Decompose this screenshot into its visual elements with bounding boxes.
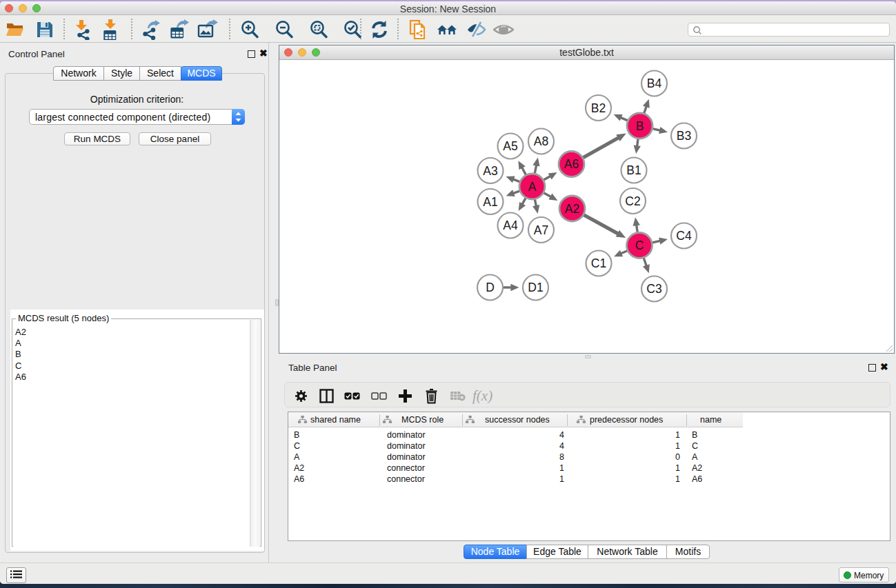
svg-text:C4: C4 xyxy=(676,229,692,243)
svg-text:C: C xyxy=(635,239,644,252)
svg-text:B: B xyxy=(636,119,644,133)
svg-text:A7: A7 xyxy=(534,223,548,237)
svg-text:A8: A8 xyxy=(534,134,548,148)
svg-text:A6: A6 xyxy=(564,157,579,171)
svg-text:A2: A2 xyxy=(565,202,579,216)
svg-text:A4: A4 xyxy=(503,219,518,232)
svg-text:B3: B3 xyxy=(677,129,691,143)
svg-text:A: A xyxy=(528,180,537,194)
svg-text:C1: C1 xyxy=(591,256,606,270)
svg-text:D: D xyxy=(486,281,495,294)
svg-text:B1: B1 xyxy=(626,163,641,177)
svg-text:C3: C3 xyxy=(646,282,661,296)
svg-text:D1: D1 xyxy=(528,281,543,294)
svg-text:B4: B4 xyxy=(647,77,662,90)
svg-text:A5: A5 xyxy=(503,139,517,153)
svg-text:A3: A3 xyxy=(483,164,497,178)
svg-text:C2: C2 xyxy=(625,194,640,208)
svg-text:B2: B2 xyxy=(591,101,606,115)
svg-text:A1: A1 xyxy=(483,195,497,209)
